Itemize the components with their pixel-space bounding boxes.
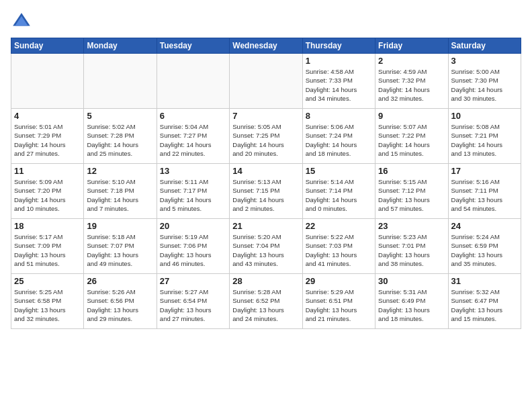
logo-icon (11, 11, 32, 32)
day-number: 20 (160, 221, 226, 231)
day-header-tuesday: Tuesday (157, 38, 229, 54)
day-info: Sunrise: 5:22 AMSunset: 7:03 PMDaylight:… (306, 232, 372, 268)
day-info: Sunrise: 5:20 AMSunset: 7:04 PMDaylight:… (232, 232, 299, 268)
day-number: 8 (306, 111, 372, 121)
calendar-cell: 24Sunrise: 5:24 AMSunset: 6:59 PMDayligh… (448, 219, 521, 274)
day-info: Sunrise: 5:25 AMSunset: 6:58 PMDaylight:… (14, 287, 81, 323)
day-number: 21 (232, 221, 299, 231)
calendar-cell: 10Sunrise: 5:08 AMSunset: 7:21 PMDayligh… (448, 109, 521, 164)
day-info: Sunrise: 4:58 AMSunset: 7:33 PMDaylight:… (306, 67, 372, 103)
day-header-monday: Monday (84, 38, 157, 54)
day-info: Sunrise: 5:16 AMSunset: 7:11 PMDaylight:… (451, 177, 518, 213)
day-info: Sunrise: 5:27 AMSunset: 6:54 PMDaylight:… (160, 287, 226, 323)
calendar-cell: 1Sunrise: 4:58 AMSunset: 7:33 PMDaylight… (302, 54, 375, 109)
day-info: Sunrise: 5:07 AMSunset: 7:22 PMDaylight:… (378, 122, 445, 158)
calendar-cell: 17Sunrise: 5:16 AMSunset: 7:11 PMDayligh… (448, 164, 521, 219)
calendar-cell: 7Sunrise: 5:05 AMSunset: 7:25 PMDaylight… (230, 109, 302, 164)
day-number: 24 (451, 221, 518, 231)
day-header-friday: Friday (375, 38, 448, 54)
day-info: Sunrise: 5:14 AMSunset: 7:14 PMDaylight:… (306, 177, 372, 213)
calendar-cell: 12Sunrise: 5:10 AMSunset: 7:18 PMDayligh… (84, 164, 157, 219)
week-row-4: 18Sunrise: 5:17 AMSunset: 7:09 PMDayligh… (11, 219, 521, 274)
day-info: Sunrise: 5:29 AMSunset: 6:51 PMDaylight:… (306, 287, 372, 323)
day-info: Sunrise: 5:13 AMSunset: 7:15 PMDaylight:… (232, 177, 299, 213)
calendar-cell: 11Sunrise: 5:09 AMSunset: 7:20 PMDayligh… (11, 164, 84, 219)
day-number: 23 (378, 221, 445, 231)
day-number: 4 (14, 111, 81, 121)
calendar-cell: 31Sunrise: 5:32 AMSunset: 6:47 PMDayligh… (448, 274, 521, 329)
day-number: 1 (306, 56, 372, 66)
calendar-cell: 5Sunrise: 5:02 AMSunset: 7:28 PMDaylight… (84, 109, 157, 164)
day-number: 16 (378, 166, 445, 176)
day-info: Sunrise: 5:08 AMSunset: 7:21 PMDaylight:… (451, 122, 518, 158)
day-header-saturday: Saturday (448, 38, 521, 54)
calendar-cell: 28Sunrise: 5:28 AMSunset: 6:52 PMDayligh… (230, 274, 302, 329)
day-info: Sunrise: 5:18 AMSunset: 7:07 PMDaylight:… (87, 232, 153, 268)
calendar-cell (230, 54, 302, 109)
calendar-cell: 9Sunrise: 5:07 AMSunset: 7:22 PMDaylight… (375, 109, 448, 164)
week-row-2: 4Sunrise: 5:01 AMSunset: 7:29 PMDaylight… (11, 109, 521, 164)
day-number: 26 (87, 276, 153, 286)
day-info: Sunrise: 5:31 AMSunset: 6:49 PMDaylight:… (378, 287, 445, 323)
day-number: 22 (306, 221, 372, 231)
day-number: 28 (232, 276, 299, 286)
calendar-cell: 6Sunrise: 5:04 AMSunset: 7:27 PMDaylight… (157, 109, 229, 164)
calendar-cell: 4Sunrise: 5:01 AMSunset: 7:29 PMDaylight… (11, 109, 84, 164)
calendar-cell: 16Sunrise: 5:15 AMSunset: 7:12 PMDayligh… (375, 164, 448, 219)
day-info: Sunrise: 5:01 AMSunset: 7:29 PMDaylight:… (14, 122, 81, 158)
day-number: 2 (378, 56, 445, 66)
day-number: 12 (87, 166, 153, 176)
week-row-1: 1Sunrise: 4:58 AMSunset: 7:33 PMDaylight… (11, 54, 521, 109)
day-info: Sunrise: 5:06 AMSunset: 7:24 PMDaylight:… (306, 122, 372, 158)
week-row-3: 11Sunrise: 5:09 AMSunset: 7:20 PMDayligh… (11, 164, 521, 219)
header (11, 11, 521, 32)
day-info: Sunrise: 5:28 AMSunset: 6:52 PMDaylight:… (232, 287, 299, 323)
calendar-cell (157, 54, 229, 109)
day-info: Sunrise: 5:15 AMSunset: 7:12 PMDaylight:… (378, 177, 445, 213)
day-number: 15 (306, 166, 372, 176)
calendar-cell: 14Sunrise: 5:13 AMSunset: 7:15 PMDayligh… (230, 164, 302, 219)
day-number: 9 (378, 111, 445, 121)
calendar-cell: 30Sunrise: 5:31 AMSunset: 6:49 PMDayligh… (375, 274, 448, 329)
calendar-cell: 8Sunrise: 5:06 AMSunset: 7:24 PMDaylight… (302, 109, 375, 164)
day-number: 30 (378, 276, 445, 286)
day-header-sunday: Sunday (11, 38, 84, 54)
logo (11, 11, 35, 32)
day-number: 25 (14, 276, 81, 286)
calendar-cell: 20Sunrise: 5:19 AMSunset: 7:06 PMDayligh… (157, 219, 229, 274)
day-info: Sunrise: 5:32 AMSunset: 6:47 PMDaylight:… (451, 287, 518, 323)
week-row-5: 25Sunrise: 5:25 AMSunset: 6:58 PMDayligh… (11, 274, 521, 329)
day-number: 17 (451, 166, 518, 176)
day-info: Sunrise: 5:10 AMSunset: 7:18 PMDaylight:… (87, 177, 153, 213)
calendar-cell: 29Sunrise: 5:29 AMSunset: 6:51 PMDayligh… (302, 274, 375, 329)
calendar-cell: 13Sunrise: 5:11 AMSunset: 7:17 PMDayligh… (157, 164, 229, 219)
day-number: 14 (232, 166, 299, 176)
day-number: 10 (451, 111, 518, 121)
calendar-cell: 2Sunrise: 4:59 AMSunset: 7:32 PMDaylight… (375, 54, 448, 109)
day-info: Sunrise: 5:00 AMSunset: 7:30 PMDaylight:… (451, 67, 518, 103)
day-number: 19 (87, 221, 153, 231)
day-number: 7 (232, 111, 299, 121)
day-number: 6 (160, 111, 226, 121)
calendar-cell: 19Sunrise: 5:18 AMSunset: 7:07 PMDayligh… (84, 219, 157, 274)
calendar-header-row: SundayMondayTuesdayWednesdayThursdayFrid… (11, 38, 521, 54)
calendar-table: SundayMondayTuesdayWednesdayThursdayFrid… (11, 38, 521, 329)
calendar-cell: 18Sunrise: 5:17 AMSunset: 7:09 PMDayligh… (11, 219, 84, 274)
day-number: 11 (14, 166, 81, 176)
day-number: 18 (14, 221, 81, 231)
day-info: Sunrise: 5:17 AMSunset: 7:09 PMDaylight:… (14, 232, 81, 268)
day-header-thursday: Thursday (302, 38, 375, 54)
calendar-cell: 25Sunrise: 5:25 AMSunset: 6:58 PMDayligh… (11, 274, 84, 329)
day-number: 31 (451, 276, 518, 286)
day-info: Sunrise: 5:05 AMSunset: 7:25 PMDaylight:… (232, 122, 299, 158)
day-info: Sunrise: 5:24 AMSunset: 6:59 PMDaylight:… (451, 232, 518, 268)
page: SundayMondayTuesdayWednesdayThursdayFrid… (0, 0, 532, 411)
day-info: Sunrise: 5:02 AMSunset: 7:28 PMDaylight:… (87, 122, 153, 158)
day-info: Sunrise: 5:04 AMSunset: 7:27 PMDaylight:… (160, 122, 226, 158)
day-info: Sunrise: 5:11 AMSunset: 7:17 PMDaylight:… (160, 177, 226, 213)
day-info: Sunrise: 5:19 AMSunset: 7:06 PMDaylight:… (160, 232, 226, 268)
calendar-cell: 26Sunrise: 5:26 AMSunset: 6:56 PMDayligh… (84, 274, 157, 329)
calendar-cell: 27Sunrise: 5:27 AMSunset: 6:54 PMDayligh… (157, 274, 229, 329)
day-number: 27 (160, 276, 226, 286)
calendar-cell: 22Sunrise: 5:22 AMSunset: 7:03 PMDayligh… (302, 219, 375, 274)
